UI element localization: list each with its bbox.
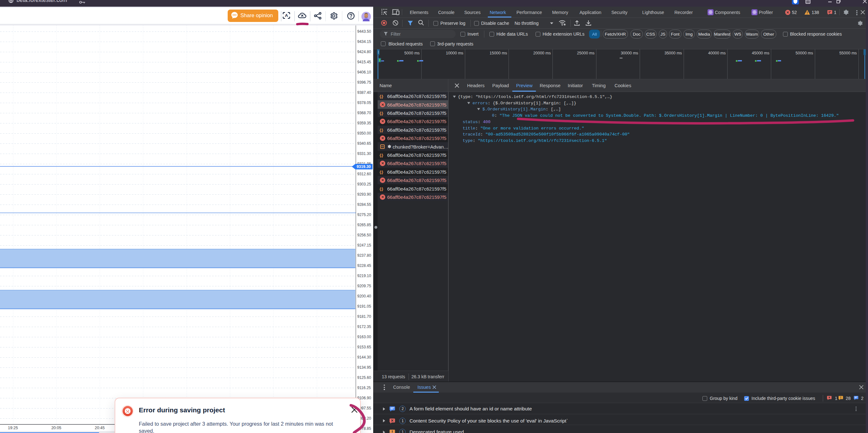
svg-text:9319.30: 9319.30 — [356, 165, 371, 169]
svg-text:A: A — [285, 13, 288, 18]
